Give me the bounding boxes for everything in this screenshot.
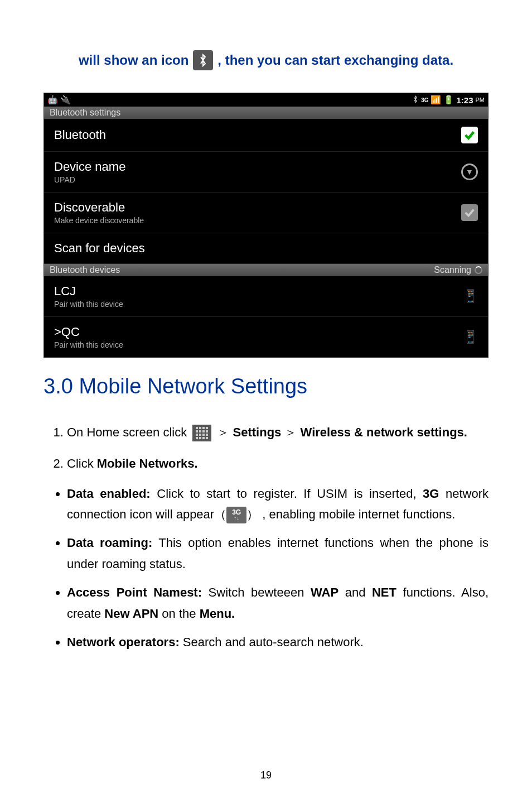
device-sub: Pair with this device	[54, 300, 123, 309]
bluetooth-settings-screenshot: 🤖 🔌 3G 📶 🔋 1:23 PM Bluetooth settings Bl…	[43, 93, 489, 358]
section-header-bluetooth-devices: Bluetooth devices Scanning	[44, 264, 488, 276]
status-time: 1:23	[456, 95, 473, 105]
b3-menu: Menu.	[200, 607, 235, 621]
section-title: 3.0 Mobile Network Settings	[43, 374, 489, 398]
device-row-qc[interactable]: >QC Pair with this device 📱	[44, 317, 488, 357]
battery-icon: 🔋	[443, 95, 454, 105]
bullet-apn: Access Point Namest: Switch bewteeen WAP…	[67, 582, 489, 624]
device-name: LCJ	[54, 284, 123, 299]
apps-grid-icon	[192, 425, 211, 441]
android-icon: 🤖	[47, 95, 58, 105]
discoverable-sub: Make device discoverable	[54, 216, 144, 225]
b4-label: Network operators:	[67, 635, 180, 649]
devices-header-label: Bluetooth devices	[50, 265, 120, 275]
chevron-down-icon: ▼	[461, 164, 478, 180]
step-2: Click Mobile Networks.	[67, 452, 489, 475]
b2-label: Data roaming:	[67, 536, 152, 550]
phone-device-icon: 📱	[463, 330, 478, 344]
step1-settings: Settings	[233, 425, 282, 439]
device-sub: Pair with this device	[54, 340, 123, 349]
b1-text3: ） , enabling mobile internet functions.	[246, 507, 455, 521]
usb-icon: 🔌	[60, 95, 71, 105]
b3-wap: WAP	[311, 585, 338, 599]
phone-device-icon: 📱	[463, 289, 478, 304]
step1-wireless: Wireless & network settings.	[301, 425, 467, 439]
page-number: 19	[0, 770, 532, 781]
intro-part2: , then you can start exchanging data.	[217, 52, 453, 68]
signal-icon: 📶	[431, 95, 441, 105]
bullet-data-roaming: Data roaming: This option enables intern…	[67, 532, 489, 574]
threeg-connection-icon: 3G↑↓	[226, 507, 246, 523]
bluetooth-label: Bluetooth	[54, 128, 106, 142]
b3-t3: on the	[158, 607, 199, 621]
bluetooth-status-icon	[412, 95, 419, 105]
gt1: ＞	[217, 425, 229, 439]
steps-list: On Home screen click ＞ Settings ＞ Wirele…	[43, 421, 489, 475]
threeg-status-icon: 3G	[421, 97, 428, 103]
section-header-bluetooth-settings: Bluetooth settings	[44, 107, 488, 119]
b1-3g: 3G	[423, 487, 439, 501]
bluetooth-pair-icon	[193, 50, 213, 70]
gt2: ＞	[284, 425, 297, 439]
intro-text: will show an icon , then you can start e…	[43, 50, 489, 70]
b3-and: and	[338, 585, 372, 599]
b4-text: Search and auto-search network.	[180, 635, 364, 649]
bullet-data-enabled: Data enabled: Click to start to register…	[67, 483, 489, 525]
spinner-icon	[475, 266, 482, 274]
scanning-label: Scanning	[434, 265, 471, 275]
b3-label: Access Point Namest:	[67, 585, 202, 599]
bluetooth-toggle-row[interactable]: Bluetooth	[44, 119, 488, 152]
step2-bold: Mobile Networks.	[97, 456, 198, 470]
device-row-lcj[interactable]: LCJ Pair with this device 📱	[44, 276, 488, 317]
device-name-label: Device name	[54, 160, 125, 174]
scan-label: Scan for devices	[54, 241, 145, 256]
step1-text1: On Home screen click	[67, 425, 187, 439]
scan-for-devices-row[interactable]: Scan for devices	[44, 233, 488, 264]
discoverable-label: Discoverable	[54, 200, 144, 215]
device-name-row[interactable]: Device name UPAD ▼	[44, 152, 488, 193]
device-name: >QC	[54, 325, 123, 339]
intro-part1: will show an icon	[79, 52, 188, 68]
b3-net: NET	[372, 585, 396, 599]
bluetooth-checkbox[interactable]	[461, 127, 478, 143]
bullet-network-operators: Network operators: Search and auto-searc…	[67, 632, 489, 652]
step-1: On Home screen click ＞ Settings ＞ Wirele…	[67, 421, 489, 444]
device-name-value: UPAD	[54, 175, 125, 184]
b3-t1: Switch bewteeen	[202, 585, 311, 599]
b3-newapn: New APN	[104, 607, 158, 621]
b1-text: Click to start to register. If USIM is i…	[151, 487, 423, 501]
b1-label: Data enabled:	[67, 487, 151, 501]
status-bar: 🤖 🔌 3G 📶 🔋 1:23 PM	[44, 93, 488, 107]
discoverable-checkbox[interactable]	[461, 204, 478, 221]
discoverable-row[interactable]: Discoverable Make device discoverable	[44, 193, 488, 233]
status-ampm: PM	[476, 97, 485, 103]
step2-text: Click	[67, 456, 97, 470]
bullets-list: Data enabled: Click to start to register…	[43, 483, 489, 653]
